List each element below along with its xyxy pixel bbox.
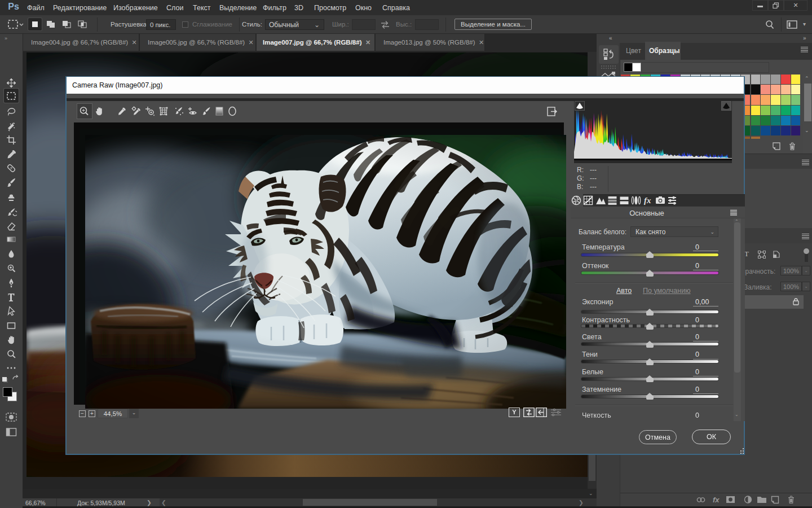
svg-text:fx: fx bbox=[644, 196, 651, 205]
